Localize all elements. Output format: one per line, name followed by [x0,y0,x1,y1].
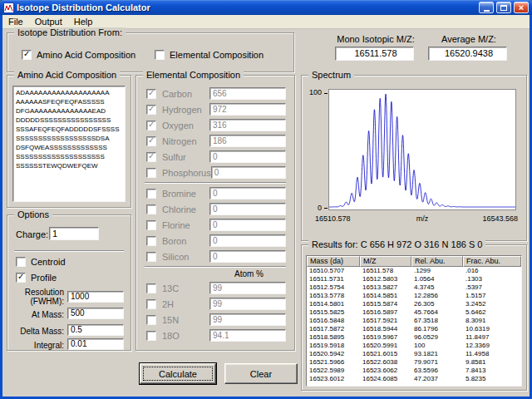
element-checkbox [146,105,156,115]
results-title: Results for: C 656 H 972 O 316 N 186 S 0 [308,239,485,249]
at-mass-field[interactable]: 500 [67,308,124,319]
element-label: Sulfur [162,152,186,162]
cell-mass: 16522.5989 [307,367,360,375]
calculate-button[interactable]: Calculate [140,363,216,384]
element-value-field: 0 [209,187,286,200]
cell-mass: 16518.5895 [307,333,360,342]
maximize-icon [500,5,507,11]
group-results: Results for: C 656 H 972 O 316 N 186 S 0… [301,244,527,391]
delta-mass-label: Delta Mass: [11,327,64,336]
menu-item-file[interactable]: File [2,16,29,27]
checkbox-box [155,50,165,60]
cell-frac-abu: 10.6319 [463,325,521,333]
element-checkbox [146,236,156,246]
minimize-button[interactable] [479,2,494,13]
close-button[interactable]: × [514,2,529,13]
group-isotope-distribution-from: Isotope Distribution From: Amino Acid Co… [7,32,294,72]
element-label: Nitrogen [162,136,197,146]
element-row: Hydrogen 972 [136,101,294,117]
element-label: 2H [162,299,174,309]
cell-mz: 16522.6038 [360,358,411,367]
cell-frac-abu: 5.8235 [463,375,521,383]
element-list-main: Carbon 656 Hydrogen 972 Oxygen 316 Nitro… [136,86,294,180]
cell-rel-abu: 67.3518 [411,317,463,325]
checkbox-label: Centroid [31,257,66,267]
element-label: Boron [162,236,186,246]
profile-checkbox[interactable]: Profile [16,273,57,283]
menu-item-help[interactable]: Help [68,16,99,27]
column-header-mass[interactable]: Mass (da) [307,256,360,267]
average-mz-field: 16520.9438 [428,47,507,61]
group-spectrum: Spectrum 100 0 16510.578 m/z 16543.568 [301,75,527,241]
separator [14,250,124,252]
window-title: Isotope Distribution Calculator [17,2,476,12]
spectrum-plot [328,89,516,210]
element-row: Oxygen 316 [136,117,294,133]
element-checkbox [146,220,156,230]
results-rows: 16510.5707 16511.578 .1299 .016 16511.57… [307,267,521,383]
element-label: Florine [162,220,190,230]
checkbox-box [16,273,26,283]
column-header-frac-abu[interactable]: Frac. Abu. [463,256,521,267]
checkbox-label: Elemental Composition [170,50,264,60]
cell-frac-abu: .1303 [463,275,521,283]
element-checkbox [146,315,156,325]
cell-frac-abu: 9.8581 [463,358,521,367]
sequence-textarea[interactable]: ADAAAAAAAAAAAAAAAAAAA AAAAAASFEQFEQFASSS… [12,86,126,202]
charge-field[interactable]: 1 [49,227,99,240]
table-row: 16511.5731 16512.5803 1.0564 .1303 [307,275,521,283]
y-axis-tick [324,208,328,209]
element-value-field: 94.1 [209,329,286,342]
amino-composition-checkbox[interactable]: Amino Acid Composition [22,50,135,60]
cell-mz: 16521.6015 [360,350,411,358]
cell-mass: 16512.5754 [307,283,360,292]
group-elemental-composition: Elemental Composition Carbon 656 Hydroge… [135,75,295,351]
cell-mass: 16511.5731 [307,275,360,283]
element-row: 13C 99 [136,280,294,296]
cell-frac-abu: 8.3091 [463,317,521,325]
group-label: Isotope Distribution From: [14,27,126,37]
cell-mass: 16521.5966 [307,358,360,367]
cell-mass: 16519.5918 [307,342,360,350]
table-row: 16517.5872 16518.5944 86.1796 10.6319 [307,325,521,333]
element-value-field: 0 [209,234,286,247]
cell-rel-abu: .1299 [411,267,463,275]
element-checkbox [146,89,156,99]
cell-rel-abu: 79.9071 [411,358,463,367]
element-checkbox [146,299,156,309]
menu-item-output[interactable]: Output [29,16,68,27]
element-checkbox [146,121,156,131]
close-icon: × [519,2,524,12]
mono-isotopic-mz-field: 16511.578 [335,47,414,61]
element-label: 18O [162,331,180,341]
integral-field[interactable]: 0.01 [67,338,124,350]
clear-button[interactable]: Clear [224,363,298,384]
at-mass-label: At Mass: [11,310,64,319]
group-label: Amino Acid Composition [14,70,120,80]
centroid-checkbox[interactable]: Centroid [16,257,66,267]
elemental-composition-checkbox[interactable]: Elemental Composition [155,50,264,60]
table-row: 16514.5801 16515.5874 26.305 3.2452 [307,300,521,308]
delta-mass-field[interactable]: 0.5 [67,324,124,336]
table-row: 16523.6012 16524.6085 47.2037 5.8235 [307,375,521,383]
element-value-field: 0 [209,250,286,263]
element-label: Phosphorus [162,168,211,178]
title-bar[interactable]: Isotope Distribution Calculator × [0,0,532,15]
cell-frac-abu: 7.8413 [463,367,521,375]
group-label: Options [14,209,52,219]
cell-mass: 16516.5848 [307,317,360,325]
column-header-mz[interactable]: M/Z [360,256,411,267]
element-value-field: 972 [209,103,286,116]
element-value-field: 0 [209,203,286,215]
element-value-field: 186 [209,135,286,147]
cell-frac-abu: 12.3369 [463,342,521,350]
resolution-field[interactable]: 1000 [67,291,124,303]
checkbox-box [22,50,32,60]
element-checkbox [146,283,156,293]
maximize-button[interactable] [496,2,511,13]
cell-mass: 16523.6012 [307,375,360,383]
element-checkbox [146,252,156,262]
column-header-rel-abu[interactable]: Rel. Abu. [411,256,463,267]
element-label: Hydrogen [162,105,202,115]
element-checkbox [146,152,156,162]
